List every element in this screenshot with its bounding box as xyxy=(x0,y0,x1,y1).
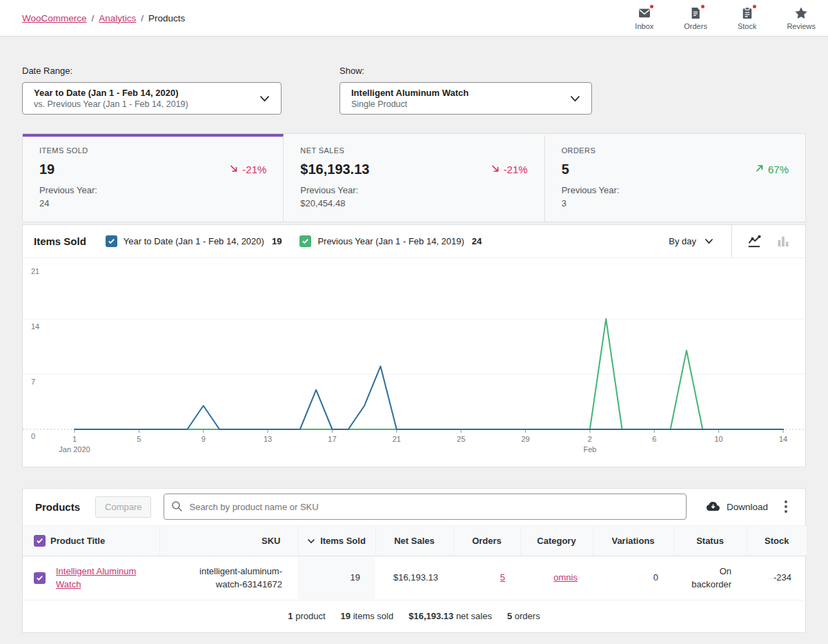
summary-items-sold: 19 items sold xyxy=(341,611,394,621)
ellipsis-menu-button[interactable] xyxy=(782,498,790,516)
svg-text:21: 21 xyxy=(31,267,39,275)
card-label: ORDERS xyxy=(562,146,789,155)
cloud-download-icon xyxy=(706,500,720,514)
inbox-icon xyxy=(637,6,652,21)
stock-button[interactable]: Stock xyxy=(738,6,757,30)
show-select[interactable]: Intelligent Aluminum Watch Single Produc… xyxy=(339,82,592,115)
cell-orders: 5 xyxy=(453,556,520,600)
card-value: $16,193.13 xyxy=(300,162,369,177)
breadcrumb-separator: / xyxy=(92,13,95,23)
interval-value: By day xyxy=(669,236,696,246)
breadcrumb-woocommerce-link[interactable]: WooCommerce xyxy=(22,13,87,23)
activity-nav: Inbox Orders Stock Reviews xyxy=(635,6,816,30)
chart-title: Items Sold xyxy=(34,235,86,247)
items-sold-chart[interactable]: 0714211Jan 20205913172125292Feb61014 xyxy=(23,264,805,462)
arrow-up-right-icon xyxy=(755,164,765,175)
product-link[interactable]: Intelligent Aluminum Watch xyxy=(56,565,144,592)
arrow-down-right-icon xyxy=(229,164,239,175)
summary-net-sales: $16,193.13 net sales xyxy=(408,611,492,621)
line-chart-button[interactable] xyxy=(742,229,767,253)
show-filter: Show: Intelligent Aluminum Watch Single … xyxy=(339,66,592,115)
summary-card-items-sold[interactable]: ITEMS SOLD 19 -21% Previous Year: 24 xyxy=(23,134,284,222)
show-value: Intelligent Aluminum Watch xyxy=(351,88,469,98)
table-header-row: Product Title SKU Items Sold Net Sales xyxy=(23,526,807,556)
breadcrumb-analytics-link[interactable]: Analytics xyxy=(99,13,136,23)
svg-text:17: 17 xyxy=(328,435,336,443)
date-range-select[interactable]: Year to Date (Jan 1 - Feb 14, 2020) vs. … xyxy=(22,82,282,115)
column-header-items-sold[interactable]: Items Sold xyxy=(297,526,375,556)
summary-card-net-sales[interactable]: NET SALES $16,193.13 -21% Previous Year:… xyxy=(284,134,544,222)
products-table-panel: Products Compare Download xyxy=(22,488,806,633)
orders-button[interactable]: Orders xyxy=(684,6,707,30)
date-range-compare-value: vs. Previous Year (Jan 1 - Feb 14, 2019) xyxy=(34,99,188,109)
svg-text:13: 13 xyxy=(264,435,272,443)
column-header-status: Status xyxy=(673,526,747,556)
trend-indicator: 67% xyxy=(755,164,789,175)
chevron-down-icon xyxy=(704,236,713,246)
column-header-variations[interactable]: Variations xyxy=(593,526,673,556)
summary-card-orders[interactable]: ORDERS 5 67% Previous Year: 3 xyxy=(545,134,805,222)
svg-text:25: 25 xyxy=(457,435,465,443)
show-subvalue: Single Product xyxy=(351,99,469,109)
card-label: NET SALES xyxy=(300,146,527,155)
svg-text:0: 0 xyxy=(31,432,35,440)
chart-legend: Year to Date (Jan 1 - Feb 14, 2020) 19 P… xyxy=(106,235,482,247)
notification-dot xyxy=(649,3,655,10)
column-header-net-sales[interactable]: Net Sales xyxy=(375,526,453,556)
previous-period: Previous Year: 24 xyxy=(39,184,266,211)
show-label: Show: xyxy=(339,66,592,76)
card-value: 19 xyxy=(39,162,55,177)
card-value: 5 xyxy=(562,162,569,177)
date-range-label: Date Range: xyxy=(22,66,282,76)
inbox-button[interactable]: Inbox xyxy=(635,6,653,30)
inbox-label: Inbox xyxy=(635,22,653,30)
chevron-down-icon xyxy=(570,92,580,105)
cell-status: On backorder xyxy=(673,556,747,600)
legend-item-previous-year[interactable]: Previous Year (Jan 1 - Feb 14, 2019) 24 xyxy=(299,235,482,247)
trend-indicator: -21% xyxy=(229,164,266,175)
column-header-sku[interactable]: SKU xyxy=(159,526,297,556)
orders-count-link[interactable]: 5 xyxy=(500,572,505,583)
column-header-product-title: Product Title xyxy=(23,526,159,556)
cell-sku: intelligent-aluminum-watch-63141672 xyxy=(159,556,297,600)
summary-cards: ITEMS SOLD 19 -21% Previous Year: 24 NET… xyxy=(22,133,806,222)
chart-type-toggle xyxy=(731,224,805,257)
column-header-orders[interactable]: Orders xyxy=(453,526,520,556)
chart-plot-area: 0714211Jan 20205913172125292Feb61014 xyxy=(23,258,805,467)
reviews-button[interactable]: Reviews xyxy=(787,6,816,30)
svg-text:6: 6 xyxy=(652,435,656,443)
summary-orders: 5 orders xyxy=(507,611,540,621)
category-link[interactable]: omnis xyxy=(553,572,578,583)
legend-item-current-period[interactable]: Year to Date (Jan 1 - Feb 14, 2020) 19 xyxy=(106,235,282,247)
table-summary: 1 product 19 items sold $16,193.13 net s… xyxy=(23,601,805,632)
column-header-stock[interactable]: Stock xyxy=(747,526,807,556)
bar-chart-button[interactable] xyxy=(771,229,796,253)
select-all-checkbox[interactable] xyxy=(34,535,46,547)
products-table: Product Title SKU Items Sold Net Sales xyxy=(23,526,807,601)
reviews-label: Reviews xyxy=(787,22,816,30)
svg-text:9: 9 xyxy=(201,435,206,443)
cell-items-sold: 19 xyxy=(297,556,375,600)
compare-button[interactable]: Compare xyxy=(95,496,151,518)
row-checkbox[interactable] xyxy=(34,572,46,584)
date-range-value: Year to Date (Jan 1 - Feb 14, 2020) xyxy=(34,88,188,98)
topbar: WooCommerce / Analytics / Products Inbox… xyxy=(0,0,828,37)
sort-desc-icon xyxy=(307,536,315,546)
notification-dot xyxy=(700,3,706,10)
checked-checkbox xyxy=(299,235,311,247)
legend-label: Year to Date (Jan 1 - Feb 14, 2020) xyxy=(124,236,264,246)
cell-category: omnis xyxy=(520,556,593,600)
search-input[interactable] xyxy=(164,494,686,520)
cell-net-sales: $16,193.13 xyxy=(375,556,453,600)
orders-label: Orders xyxy=(684,22,707,30)
download-button[interactable]: Download xyxy=(706,500,768,514)
product-search xyxy=(164,494,686,520)
report-filters: Date Range: Year to Date (Jan 1 - Feb 14… xyxy=(22,66,806,115)
interval-select[interactable]: By day xyxy=(651,224,731,257)
svg-text:2: 2 xyxy=(588,435,592,443)
items-sold-chart-panel: Items Sold Year to Date (Jan 1 - Feb 14,… xyxy=(22,224,806,467)
stock-icon xyxy=(740,6,755,21)
table-row: Intelligent Aluminum Watch intelligent-a… xyxy=(23,556,807,600)
products-header: Products Compare Download xyxy=(23,489,805,526)
download-label: Download xyxy=(727,502,768,512)
